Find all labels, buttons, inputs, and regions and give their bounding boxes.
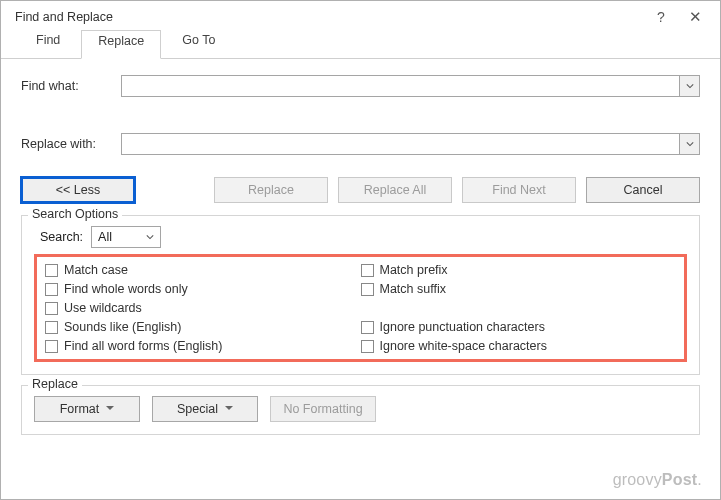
ignore-punct-label: Ignore punctuation characters: [380, 320, 545, 334]
find-what-label: Find what:: [21, 79, 121, 93]
search-direction-select[interactable]: All: [91, 226, 161, 248]
checkbox-icon: [45, 283, 58, 296]
checkbox-icon: [361, 283, 374, 296]
checkbox-icon: [45, 302, 58, 315]
sounds-like-checkbox[interactable]: Sounds like (English): [45, 320, 361, 334]
checkbox-icon: [361, 264, 374, 277]
whole-words-checkbox[interactable]: Find whole words only: [45, 282, 361, 296]
tab-goto[interactable]: Go To: [165, 29, 232, 58]
replace-all-button-label: Replace All: [364, 183, 427, 197]
client-area: Find what: Replace with:: [1, 59, 720, 435]
watermark: groovyPost.: [613, 471, 702, 489]
cancel-button[interactable]: Cancel: [586, 177, 700, 203]
search-direction-value: All: [98, 230, 112, 244]
checkbox-icon: [45, 340, 58, 353]
use-wildcards-checkbox[interactable]: Use wildcards: [45, 301, 361, 315]
format-button-label: Format: [60, 402, 100, 416]
close-button[interactable]: ✕: [678, 3, 712, 31]
word-forms-checkbox[interactable]: Find all word forms (English): [45, 339, 361, 353]
match-case-checkbox[interactable]: Match case: [45, 263, 361, 277]
find-next-button-label: Find Next: [492, 183, 546, 197]
match-prefix-label: Match prefix: [380, 263, 448, 277]
tab-find[interactable]: Find: [19, 29, 77, 58]
search-direction-label: Search:: [40, 230, 83, 244]
checkbox-icon: [45, 321, 58, 334]
chevron-down-icon: [686, 79, 694, 93]
special-button[interactable]: Special: [152, 396, 258, 422]
find-what-dropdown[interactable]: [680, 75, 700, 97]
word-forms-label: Find all word forms (English): [64, 339, 222, 353]
tab-goto-label: Go To: [182, 33, 215, 47]
replace-with-dropdown[interactable]: [680, 133, 700, 155]
no-formatting-button[interactable]: No Formatting: [270, 396, 376, 422]
special-button-label: Special: [177, 402, 218, 416]
help-button[interactable]: ?: [644, 3, 678, 31]
search-options-legend: Search Options: [28, 207, 122, 221]
replace-button[interactable]: Replace: [214, 177, 328, 203]
replace-with-input[interactable]: [121, 133, 680, 155]
format-button[interactable]: Format: [34, 396, 140, 422]
search-options-group: Search Options Search: All Match case: [21, 215, 700, 375]
highlighted-options: Match case Match prefix Find whole words…: [34, 254, 687, 362]
replace-with-label: Replace with:: [21, 137, 121, 151]
tab-replace-label: Replace: [98, 34, 144, 48]
ignore-punct-checkbox[interactable]: Ignore punctuation characters: [361, 320, 677, 334]
use-wildcards-label: Use wildcards: [64, 301, 142, 315]
titlebar: Find and Replace ? ✕: [1, 1, 720, 33]
chevron-down-icon: [146, 230, 154, 244]
checkbox-icon: [45, 264, 58, 277]
checkbox-icon: [361, 340, 374, 353]
less-button[interactable]: << Less: [21, 177, 135, 203]
ignore-whitespace-checkbox[interactable]: Ignore white-space characters: [361, 339, 677, 353]
replace-group-legend: Replace: [28, 377, 82, 391]
ignore-whitespace-label: Ignore white-space characters: [380, 339, 547, 353]
replace-all-button[interactable]: Replace All: [338, 177, 452, 203]
cancel-button-label: Cancel: [624, 183, 663, 197]
replace-group: Replace Format Special No Formatting: [21, 385, 700, 435]
tab-strip: Find Replace Go To: [1, 33, 720, 59]
less-button-label: << Less: [56, 183, 100, 197]
tab-replace[interactable]: Replace: [81, 30, 161, 59]
watermark-part-a: groovy: [613, 471, 662, 488]
window-title: Find and Replace: [9, 10, 644, 24]
checkbox-icon: [361, 321, 374, 334]
whole-words-label: Find whole words only: [64, 282, 188, 296]
help-icon: ?: [657, 9, 665, 25]
match-prefix-checkbox[interactable]: Match prefix: [361, 263, 677, 277]
match-suffix-label: Match suffix: [380, 282, 446, 296]
dialog-window: Find and Replace ? ✕ Find Replace Go To …: [0, 0, 721, 500]
tab-find-label: Find: [36, 33, 60, 47]
watermark-dot: .: [697, 471, 702, 488]
find-next-button[interactable]: Find Next: [462, 177, 576, 203]
sounds-like-label: Sounds like (English): [64, 320, 181, 334]
match-suffix-checkbox[interactable]: Match suffix: [361, 282, 677, 296]
no-formatting-label: No Formatting: [283, 402, 362, 416]
find-what-input[interactable]: [121, 75, 680, 97]
watermark-part-b: Post: [662, 471, 697, 488]
chevron-down-icon: [686, 137, 694, 151]
replace-button-label: Replace: [248, 183, 294, 197]
close-icon: ✕: [689, 8, 702, 26]
match-case-label: Match case: [64, 263, 128, 277]
